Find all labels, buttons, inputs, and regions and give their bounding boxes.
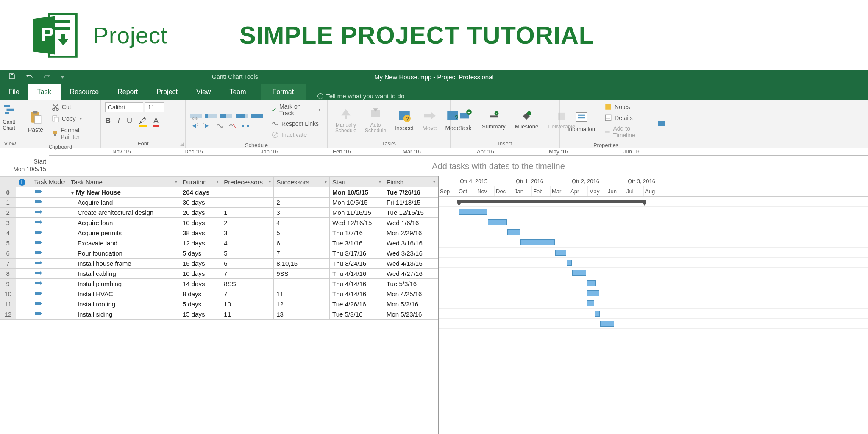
qat-customize-icon[interactable]: ▾ — [56, 73, 69, 80]
font-dialog-launcher[interactable]: ⇲ — [180, 142, 184, 147]
cell-finish[interactable]: Tue 7/26/16 — [384, 187, 438, 198]
cell-predecessors[interactable]: 4 — [221, 238, 274, 248]
cell-start[interactable]: Tue 3/1/16 — [330, 238, 384, 248]
table-row[interactable]: 4Acquire permits38 days35Thu 1/7/16Mon 2… — [0, 228, 438, 238]
col-task-mode[interactable]: Task Mode▼ — [31, 177, 68, 187]
gantt-task-bar[interactable] — [587, 300, 594, 306]
gantt-chart[interactable]: Qtr 4, 2015Qtr 1, 2016Qtr 2, 2016Qtr 3, … — [439, 176, 868, 434]
tab-team[interactable]: Team — [220, 84, 255, 100]
cell-start[interactable]: Thu 3/24/16 — [330, 259, 384, 269]
underline-button[interactable]: U — [127, 117, 132, 127]
cell-finish[interactable]: Tue 12/15/15 — [384, 208, 438, 218]
cell-start[interactable]: Tue 4/26/16 — [330, 299, 384, 309]
inspect-button[interactable]: ?Inspect — [391, 107, 417, 133]
gantt-row[interactable] — [439, 288, 868, 298]
cell-task-name[interactable]: Install plumbing — [68, 279, 180, 289]
cell-successors[interactable]: 2 — [274, 198, 330, 208]
cell-duration[interactable]: 10 days — [180, 269, 221, 279]
gantt-row[interactable] — [439, 248, 868, 258]
tab-file[interactable]: File — [0, 84, 28, 100]
chevron-down-icon[interactable]: ▼ — [378, 180, 382, 184]
cell-task-mode[interactable] — [31, 228, 68, 238]
gantt-row[interactable] — [439, 217, 868, 227]
timeline-track[interactable]: Add tasks with dates to the timeline — [49, 155, 868, 176]
cell-duration[interactable]: 8 days — [180, 289, 221, 299]
unlink-tasks-button[interactable] — [228, 122, 237, 130]
gantt-row[interactable] — [439, 298, 868, 309]
font-color-button[interactable]: A — [153, 117, 159, 127]
link-tasks-button[interactable] — [215, 122, 225, 130]
gantt-task-bar[interactable] — [587, 290, 599, 296]
cell-predecessors[interactable]: 5 — [221, 248, 274, 259]
notes-button[interactable]: Notes — [603, 102, 648, 111]
copy-button[interactable]: Copy▼ — [50, 114, 96, 123]
table-row[interactable]: 5Excavate land12 days46Tue 3/1/16Wed 3/1… — [0, 238, 438, 248]
table-row[interactable]: 7Install house frame15 days68,10,15Thu 3… — [0, 259, 438, 269]
auto-schedule-button[interactable]: Auto Schedule — [362, 105, 389, 135]
table-row[interactable]: 12Install siding15 days1113Tue 5/3/16Mon… — [0, 309, 438, 320]
progress-100-icon[interactable] — [251, 112, 263, 120]
cell-predecessors[interactable] — [221, 187, 274, 198]
gantt-task-bar[interactable] — [595, 311, 600, 317]
cell-start[interactable]: Mon 11/16/15 — [330, 208, 384, 218]
cell-successors[interactable]: 4 — [274, 218, 330, 228]
cell-finish[interactable]: Wed 3/16/16 — [384, 238, 438, 248]
cell-task-mode[interactable] — [31, 208, 68, 218]
cell-duration[interactable]: 30 days — [180, 198, 221, 208]
row-number[interactable]: 3 — [0, 218, 16, 228]
cell-successors[interactable]: 6 — [274, 238, 330, 248]
cell-successors[interactable]: 9SS — [274, 269, 330, 279]
inactivate-button[interactable]: Inactivate — [270, 130, 323, 139]
cell-predecessors[interactable]: 2 — [221, 218, 274, 228]
cell-finish[interactable]: Tue 5/3/16 — [384, 279, 438, 289]
cell-task-mode[interactable] — [31, 299, 68, 309]
italic-button[interactable]: I — [117, 117, 120, 127]
tab-report[interactable]: Report — [108, 84, 147, 100]
cell-finish[interactable]: Mon 4/25/16 — [384, 289, 438, 299]
table-row[interactable]: 9Install plumbing14 days8SSThu 4/14/16Tu… — [0, 279, 438, 289]
gantt-row[interactable] — [439, 319, 868, 329]
indent-button[interactable] — [203, 122, 212, 130]
cell-start[interactable]: Thu 4/14/16 — [330, 279, 384, 289]
tab-resource[interactable]: Resource — [61, 84, 108, 100]
col-finish[interactable]: Finish▼ — [384, 177, 438, 187]
gantt-task-bar[interactable] — [587, 280, 596, 286]
cell-start[interactable]: Thu 4/14/16 — [330, 289, 384, 299]
gantt-chart-button[interactable]: Gantt Chart — [0, 101, 21, 133]
split-task-button[interactable] — [241, 122, 250, 130]
row-number[interactable]: 1 — [0, 198, 16, 208]
row-number[interactable]: 6 — [0, 248, 16, 259]
cell-finish[interactable]: Wed 4/27/16 — [384, 269, 438, 279]
row-number[interactable]: 0 — [0, 187, 16, 198]
manually-schedule-button[interactable]: Manually Schedule — [332, 105, 360, 135]
cell-task-mode[interactable] — [31, 248, 68, 259]
cell-task-mode[interactable] — [31, 187, 68, 198]
task-grid[interactable]: i Task Mode▼ Task Name▼ Duration▼ Predec… — [0, 176, 439, 434]
cell-duration[interactable]: 15 days — [180, 259, 221, 269]
gantt-row[interactable] — [439, 309, 868, 319]
table-row[interactable]: 8Install cabling10 days79SSThu 4/14/16We… — [0, 269, 438, 279]
cell-successors[interactable]: 13 — [274, 309, 330, 320]
cell-start[interactable]: Thu 3/17/16 — [330, 248, 384, 259]
cell-successors[interactable]: 5 — [274, 228, 330, 238]
cell-successors[interactable]: 3 — [274, 208, 330, 218]
progress-25-icon[interactable] — [205, 112, 217, 120]
mark-on-track-button[interactable]: ✓Mark on Track▼ — [270, 102, 323, 117]
cell-duration[interactable]: 12 days — [180, 238, 221, 248]
details-button[interactable]: Details — [603, 113, 648, 122]
cell-duration[interactable]: 14 days — [180, 279, 221, 289]
col-task-name[interactable]: Task Name▼ — [68, 177, 180, 187]
cell-predecessors[interactable]: 10 — [221, 299, 274, 309]
move-button[interactable]: Move — [419, 107, 440, 133]
insert-summary-button[interactable]: +Summary — [479, 109, 509, 131]
gantt-row[interactable] — [439, 207, 868, 217]
cell-task-name[interactable]: Acquire land — [68, 198, 180, 208]
cell-task-name[interactable]: Install cabling — [68, 269, 180, 279]
cell-successors[interactable] — [274, 279, 330, 289]
col-successors[interactable]: Successors▼ — [274, 177, 330, 187]
row-number[interactable]: 5 — [0, 238, 16, 248]
row-number[interactable]: 2 — [0, 208, 16, 218]
gantt-task-bar[interactable] — [488, 219, 507, 225]
table-row[interactable]: 10Install HVAC8 days711Thu 4/14/16Mon 4/… — [0, 289, 438, 299]
cell-start[interactable]: Thu 1/7/16 — [330, 228, 384, 238]
